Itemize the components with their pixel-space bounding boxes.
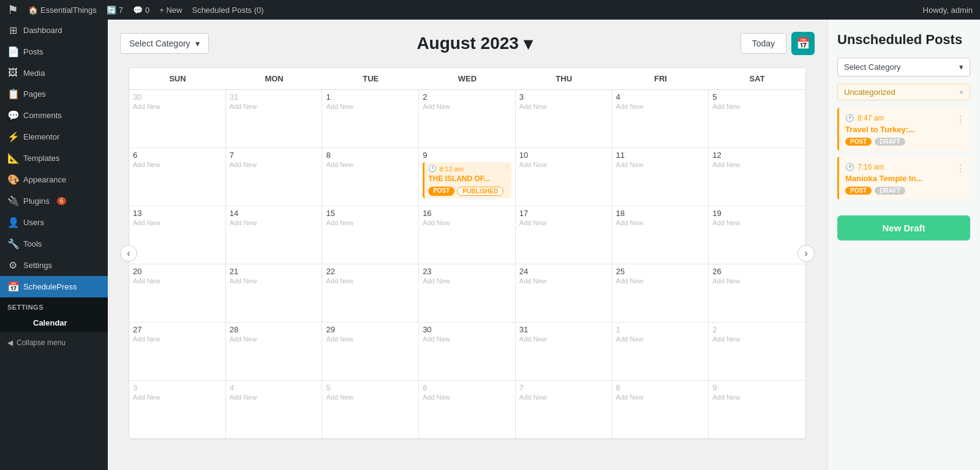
event-card[interactable]: 🕐 8:12 am ⋮ THE ISLAND OF... POSTPUBLISH…	[423, 162, 511, 198]
add-new-link[interactable]: Add New	[230, 335, 318, 343]
add-new-link[interactable]: Add New	[616, 161, 705, 168]
add-new-link[interactable]: Add New	[519, 394, 608, 401]
add-new-link[interactable]: Add New	[616, 394, 705, 401]
updates-link[interactable]: 🔄 7	[107, 6, 123, 15]
sidebar-item-tools[interactable]: 🔧 Tools	[0, 233, 108, 255]
uncategorized-close-button[interactable]: ×	[959, 88, 963, 97]
event-menu-button[interactable]: ⋮	[503, 163, 510, 171]
add-new-link[interactable]: Add New	[519, 335, 608, 343]
prev-month-button[interactable]: ‹	[120, 245, 137, 262]
add-new-link[interactable]: Add New	[133, 277, 222, 285]
unscheduled-post-0[interactable]: 🕐 8:47 am Travel to Turkey:... POSTDRAFT…	[837, 108, 970, 151]
add-new-link[interactable]: Add New	[326, 277, 415, 285]
add-new-link[interactable]: Add New	[326, 103, 415, 110]
sidebar-item-schedulepress[interactable]: 📅 SchedulePress	[0, 276, 108, 297]
upc-menu-button-1[interactable]: ⋮	[956, 163, 965, 174]
sidebar-item-comments[interactable]: 💬 Comments	[0, 105, 108, 126]
sidebar-item-appearance[interactable]: 🎨 Appearance	[0, 169, 108, 190]
upc-menu-button-0[interactable]: ⋮	[956, 114, 965, 125]
add-new-link[interactable]: Add New	[133, 161, 222, 168]
cal-cell-1-4: 10Add New	[516, 148, 612, 206]
unscheduled-post-1[interactable]: 🕐 7:16 am Manioka Temple In... POSTDRAFT…	[837, 157, 970, 200]
users-icon: 👤	[7, 217, 18, 228]
sidebar-item-media[interactable]: 🖼 Media	[0, 62, 108, 83]
new-post-link[interactable]: + New	[159, 6, 182, 15]
sidebar-item-elementor[interactable]: ⚡ Elementor	[0, 126, 108, 147]
select-category-button[interactable]: Select Category ▾	[120, 33, 209, 54]
add-new-link[interactable]: Add New	[133, 103, 222, 110]
sidebar-item-plugins[interactable]: 🔌 Plugins 6	[0, 190, 108, 212]
user-greeting[interactable]: Howdy, admin	[923, 6, 973, 15]
sidebar-item-users[interactable]: 👤 Users	[0, 212, 108, 233]
add-new-link[interactable]: Add New	[712, 277, 802, 285]
month-title[interactable]: August 2023 ▾	[417, 34, 532, 54]
next-month-button[interactable]: ›	[797, 245, 815, 262]
add-new-link[interactable]: Add New	[230, 219, 318, 226]
day-number: 29	[326, 325, 415, 334]
collapse-menu[interactable]: ◀ Collapse menu	[0, 332, 108, 353]
add-new-link[interactable]: Add New	[616, 335, 705, 343]
add-new-link[interactable]: Add New	[326, 161, 415, 168]
wp-logo[interactable]: ⚑	[7, 2, 18, 17]
add-new-link[interactable]: Add New	[519, 161, 608, 168]
add-new-link[interactable]: Add New	[423, 277, 511, 285]
add-new-link[interactable]: Add New	[230, 103, 318, 110]
upc-tag-draft-0: DRAFT	[875, 138, 905, 146]
right-chevron-down-icon: ▾	[959, 62, 963, 72]
scheduled-posts-link[interactable]: Scheduled Posts (0)	[192, 6, 263, 15]
add-new-link[interactable]: Add New	[230, 161, 318, 168]
add-new-link[interactable]: Add New	[519, 277, 608, 285]
add-new-link[interactable]: Add New	[326, 394, 415, 401]
sidebar-item-templates[interactable]: 📐 Templates	[0, 147, 108, 169]
add-new-link[interactable]: Add New	[616, 219, 705, 226]
unscheduled-posts-list: 🕐 8:47 am Travel to Turkey:... POSTDRAFT…	[837, 108, 970, 200]
add-new-link[interactable]: Add New	[712, 161, 802, 168]
add-new-link[interactable]: Add New	[712, 219, 802, 226]
schedulepress-icon: 📅	[7, 281, 18, 293]
add-new-link[interactable]: Add New	[519, 219, 608, 226]
sidebar-item-dashboard[interactable]: ⊞ Dashboard	[0, 20, 108, 41]
add-new-link[interactable]: Add New	[423, 335, 511, 343]
calendar-view-button[interactable]: 📅	[791, 32, 815, 55]
right-panel: Unscheduled Posts Select Category ▾ Unca…	[827, 20, 980, 470]
comments-link[interactable]: 💬 0	[133, 6, 149, 15]
add-new-link[interactable]: Add New	[133, 335, 222, 343]
cal-cell-5-4: 7Add New	[516, 381, 612, 439]
cal-cell-2-2: 15Add New	[322, 206, 419, 264]
new-draft-button[interactable]: New Draft	[837, 215, 970, 241]
home-icon: 🏠	[28, 6, 38, 15]
calendar-header: Select Category ▾ August 2023 ▾ Today 📅	[120, 32, 815, 55]
upc-title-0: Travel to Turkey:...	[845, 125, 964, 134]
day-number: 26	[712, 267, 802, 276]
add-new-link[interactable]: Add New	[423, 394, 511, 401]
cal-cell-4-3: 30Add New	[419, 323, 516, 381]
day-number: 18	[616, 209, 705, 218]
add-new-link[interactable]: Add New	[616, 103, 705, 110]
unscheduled-title: Unscheduled Posts	[837, 32, 970, 48]
add-new-link[interactable]: Add New	[230, 394, 318, 401]
add-new-link[interactable]: Add New	[230, 277, 318, 285]
day-number: 30	[133, 92, 222, 102]
sidebar-item-settings[interactable]: ⚙ Settings	[0, 255, 108, 276]
today-button[interactable]: Today	[741, 33, 786, 54]
sidebar-item-calendar[interactable]: Calendar	[0, 313, 108, 332]
add-new-link[interactable]: Add New	[519, 103, 608, 110]
right-select-category-button[interactable]: Select Category ▾	[837, 58, 970, 76]
add-new-link[interactable]: Add New	[133, 394, 222, 401]
add-new-link[interactable]: Add New	[712, 103, 802, 110]
add-new-link[interactable]: Add New	[326, 335, 415, 343]
cal-cell-5-3: 6Add New	[419, 381, 516, 439]
cal-cell-5-0: 3Add New	[129, 381, 226, 439]
site-name[interactable]: 🏠 EssentialThings	[28, 6, 97, 15]
calendar-view-icon: 📅	[796, 37, 810, 50]
add-new-link[interactable]: Add New	[712, 394, 802, 401]
add-new-link[interactable]: Add New	[423, 103, 511, 110]
cal-cell-3-3: 23Add New	[419, 264, 516, 323]
add-new-link[interactable]: Add New	[616, 277, 705, 285]
add-new-link[interactable]: Add New	[712, 335, 802, 343]
sidebar-item-pages[interactable]: 📋 Pages	[0, 83, 108, 105]
add-new-link[interactable]: Add New	[326, 219, 415, 226]
add-new-link[interactable]: Add New	[133, 219, 222, 226]
sidebar-item-posts[interactable]: 📄 Posts	[0, 41, 108, 62]
add-new-link[interactable]: Add New	[423, 219, 511, 226]
